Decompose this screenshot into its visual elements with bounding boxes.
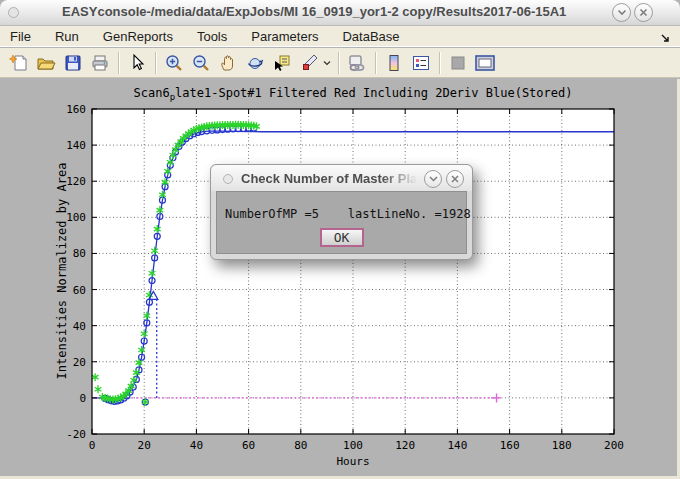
insert-legend-icon[interactable] (408, 51, 433, 75)
chevron-down-icon (429, 176, 438, 182)
x-axis-label: Hours (336, 455, 369, 468)
dialog-message: NumberOfMP =5 lastLineNo. =1928 (225, 207, 471, 221)
menu-file[interactable]: File (10, 27, 43, 46)
link-plots-icon[interactable] (344, 51, 369, 75)
figure-area: Scan6plate1-Spot#1 Filtered Red Includin… (0, 79, 680, 479)
edit-pointer-icon[interactable] (124, 51, 149, 75)
chevron-down-icon (617, 9, 627, 16)
popout-arrow-icon[interactable] (660, 30, 672, 48)
y-tick-label: 40 (73, 320, 86, 333)
window-title: EASYconsole-/media/data/ExpJobs/MI 16_09… (62, 4, 566, 19)
x-tick-label: 200 (604, 439, 624, 452)
toolbar-separator (439, 52, 441, 74)
y-tick-label: 60 (73, 284, 86, 297)
x-tick-label: 120 (395, 439, 415, 452)
menu-tools[interactable]: Tools (197, 27, 239, 46)
brush-icon[interactable] (296, 51, 321, 75)
x-tick-label: 40 (190, 439, 203, 452)
chart-title: Scan6plate1-Spot#1 Filtered Red Includin… (92, 86, 614, 102)
window-close-button[interactable] (634, 3, 653, 22)
toolbar-separator (338, 52, 340, 74)
x-tick-label: 100 (343, 439, 363, 452)
rotate-3d-icon[interactable] (242, 51, 267, 75)
menu-parameters[interactable]: Parameters (251, 27, 330, 46)
menu-database[interactable]: DataBase (342, 27, 411, 46)
check-master-plates-dialog: Check Number of Master Pla NumberOfMP =5… (210, 164, 473, 260)
x-tick-label: 80 (294, 439, 307, 452)
print-icon[interactable] (87, 51, 112, 75)
y-tick-label: 120 (66, 175, 86, 188)
window-menu-icon[interactable] (8, 7, 19, 18)
x-tick-label: 20 (138, 439, 151, 452)
y-tick-label: 0 (79, 392, 86, 405)
x-tick-label: 60 (242, 439, 255, 452)
zoom-out-icon[interactable] (188, 51, 213, 75)
show-plot-tools-icon[interactable] (472, 51, 497, 75)
dialog-menu-icon[interactable] (223, 174, 233, 184)
dialog-titlebar[interactable]: Check Number of Master Pla (211, 165, 472, 191)
dialog-minimize-button[interactable] (424, 170, 442, 188)
y-tick-label: 140 (66, 139, 86, 152)
y-tick-label: 100 (66, 211, 86, 224)
hide-plot-tools-icon[interactable] (445, 51, 470, 75)
y-tick-label: 160 (66, 103, 86, 116)
easyconsole-window: EASYconsole-/media/data/ExpJobs/MI 16_09… (0, 0, 680, 479)
zoom-in-icon[interactable] (161, 51, 186, 75)
x-tick-label: 140 (447, 439, 467, 452)
menu-bar: File Run GenReports Tools Parameters Dat… (0, 26, 680, 47)
x-tick-label: 0 (89, 439, 96, 452)
x-tick-label: 160 (500, 439, 520, 452)
open-file-icon[interactable] (33, 51, 58, 75)
window-titlebar[interactable]: EASYconsole-/media/data/ExpJobs/MI 16_09… (0, 0, 680, 26)
brush-dropdown-icon[interactable] (323, 51, 332, 75)
data-cursor-icon[interactable] (269, 51, 294, 75)
close-icon (451, 175, 459, 183)
y-tick-label: 80 (73, 247, 86, 260)
insert-colorbar-icon[interactable] (381, 51, 406, 75)
toolbar-separator (155, 52, 157, 74)
new-file-icon[interactable] (6, 51, 31, 75)
dialog-body: NumberOfMP =5 lastLineNo. =1928 OK (216, 191, 467, 254)
x-tick-label: 180 (552, 439, 572, 452)
chart-canvas[interactable]: 020406080100120140160180200-200204060801… (0, 79, 677, 476)
menu-run[interactable]: Run (55, 27, 91, 46)
window-minimize-button[interactable] (612, 3, 631, 22)
dialog-title: Check Number of Master Pla (241, 171, 417, 186)
y-axis-label: Intensities Normalized by Area (55, 163, 69, 380)
pan-hand-icon[interactable] (215, 51, 240, 75)
save-icon[interactable] (60, 51, 85, 75)
close-icon (639, 8, 648, 17)
y-tick-label: -20 (66, 428, 86, 441)
y-tick-label: 20 (73, 356, 86, 369)
menu-genreports[interactable]: GenReports (103, 27, 185, 46)
toolbar-separator (375, 52, 377, 74)
dialog-close-button[interactable] (446, 170, 464, 188)
figure-toolbar (0, 48, 680, 78)
ok-button[interactable]: OK (320, 228, 364, 247)
toolbar-separator (118, 52, 120, 74)
